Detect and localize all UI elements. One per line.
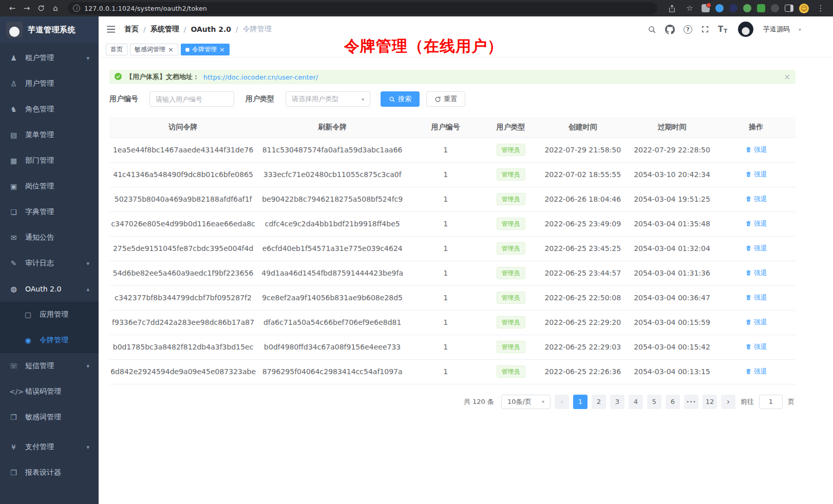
tab-label: 首页	[110, 45, 123, 54]
sidebar-item-sensitive-word[interactable]: ❐敏感词管理	[0, 404, 99, 430]
force-logout-button[interactable]: 强退	[745, 318, 767, 327]
user-id-input[interactable]	[149, 91, 234, 107]
sidebar-item-oauth2[interactable]: ◍OAuth 2.0▴	[0, 276, 99, 302]
page-button-4[interactable]: 4	[629, 395, 643, 409]
page-button-6[interactable]: 6	[666, 395, 680, 409]
force-logout-button[interactable]: 强退	[745, 342, 767, 352]
tab-close-icon[interactable]: ×	[219, 46, 225, 53]
force-logout-button[interactable]: 强退	[745, 145, 767, 154]
site-info-icon[interactable]: i	[73, 5, 80, 12]
page-button-3[interactable]: 3	[610, 395, 624, 409]
force-logout-button[interactable]: 强退	[745, 367, 767, 376]
page-size-select[interactable]: 10条/页 ▾	[501, 395, 551, 409]
side-panel-icon[interactable]	[785, 5, 793, 12]
user-avatar[interactable]	[738, 22, 753, 37]
force-logout-label: 强退	[754, 268, 767, 278]
table-row: 1ea5e44f8bc1467aaede43144f31de76811c5304…	[109, 138, 796, 162]
help-icon[interactable]: ?	[684, 25, 692, 34]
table-row: 502375b8040a469a9b82188afdf6af1fbe90422b…	[109, 187, 796, 211]
next-page-button[interactable]: ›	[721, 395, 735, 409]
force-logout-button[interactable]: 强退	[745, 170, 767, 179]
extension-icon-1[interactable]	[702, 4, 710, 12]
sidebar-item-label: 角色管理	[25, 105, 54, 114]
hamburger-icon[interactable]	[107, 25, 116, 33]
trash-icon	[745, 146, 752, 153]
prev-page-button[interactable]: ‹	[555, 395, 569, 409]
sidebar-item-oauth2-app[interactable]: ▢应用管理	[0, 302, 99, 327]
breadcrumb-item[interactable]: OAuth 2.0	[191, 25, 231, 33]
tab-close-icon[interactable]: ×	[168, 46, 174, 53]
tab-home[interactable]: 首页	[106, 44, 127, 55]
reload-button[interactable]	[35, 2, 47, 14]
user-type-select[interactable]: 请选择用户类型 ▾	[286, 91, 370, 107]
share-icon[interactable]	[666, 2, 678, 14]
sidebar-item-role[interactable]: ♞角色管理	[0, 96, 99, 122]
expire-time-cell: 2022-07-29 22:28:50	[628, 138, 717, 162]
sidebar-item-post[interactable]: ▣岗位管理	[0, 173, 99, 199]
force-logout-button[interactable]: 强退	[745, 244, 767, 253]
sidebar-item-user[interactable]: ♙用户管理	[0, 71, 99, 96]
browser-profile-avatar[interactable]: ☺	[799, 4, 809, 13]
search-button[interactable]: 搜索	[381, 91, 420, 107]
sidebar-item-label: 敏感词管理	[25, 413, 61, 422]
pagination-more[interactable]: •••	[684, 395, 698, 409]
create-time-cell: 2022-06-25 23:44:57	[538, 261, 628, 285]
address-bar[interactable]: i 127.0.0.1:1024/system/oauth2/token	[68, 2, 657, 14]
dict-icon: ❏	[9, 208, 18, 216]
sidebar-item-report[interactable]: ❒报表设计器	[0, 460, 99, 486]
home-button[interactable]: ⌂	[49, 2, 62, 14]
forward-button[interactable]: →	[21, 2, 33, 14]
browser-menu-icon[interactable]: ⋮	[815, 2, 827, 14]
sidebar-item-notice[interactable]: ✉通知公告	[0, 225, 99, 250]
sidebar-item-oauth2-token[interactable]: ◉令牌管理	[0, 327, 99, 353]
sidebar-item-tenant[interactable]: ♟租户管理▾	[0, 45, 99, 71]
trash-icon	[745, 319, 752, 325]
force-logout-button[interactable]: 强退	[745, 268, 767, 278]
reset-button[interactable]: 重置	[426, 91, 465, 107]
font-size-icon[interactable]: TT	[718, 25, 727, 34]
search-icon[interactable]	[648, 25, 656, 34]
user-name[interactable]: 芋道源码	[763, 25, 790, 34]
app-logo[interactable]: 芋道管理系统	[0, 16, 99, 43]
bookmark-star-icon[interactable]: ☆	[684, 2, 696, 14]
sidebar-item-dict[interactable]: ❏字典管理	[0, 199, 99, 225]
sidebar-item-dept[interactable]: ▦部门管理	[0, 148, 99, 173]
tab-sensitive-word[interactable]: 敏感词管理×	[130, 44, 178, 55]
breadcrumb-item[interactable]: 首页	[124, 25, 139, 34]
breadcrumb-separator: /	[184, 25, 186, 33]
extension-icon-2[interactable]	[715, 4, 724, 12]
sidebar-item-menu[interactable]: ▤菜单管理	[0, 122, 99, 148]
goto-page-input[interactable]	[759, 395, 783, 409]
sidebar-item-label: 审计日志	[25, 259, 54, 268]
alert-close-icon[interactable]: ×	[784, 72, 790, 82]
force-logout-button[interactable]: 强退	[745, 219, 767, 228]
page-button-1[interactable]: 1	[573, 395, 588, 409]
github-icon[interactable]	[665, 25, 675, 34]
breadcrumb-item[interactable]: 系统管理	[150, 25, 179, 34]
tab-token[interactable]: 令牌管理×	[181, 44, 230, 55]
force-logout-button[interactable]: 强退	[745, 293, 767, 302]
dept-icon: ▦	[9, 157, 18, 165]
chevron-down-icon: ▾	[86, 444, 89, 451]
sidebar-item-sms[interactable]: ☏短信管理▾	[0, 353, 99, 379]
extension-icon-5[interactable]	[757, 4, 765, 12]
extension-icon-3[interactable]	[729, 4, 737, 12]
goto-unit: 页	[788, 397, 794, 406]
page-button-2[interactable]: 2	[592, 395, 606, 409]
back-button[interactable]: ←	[6, 2, 18, 14]
sidebar-item-audit-log[interactable]: ✎审计日志▾	[0, 250, 99, 276]
sidebar-item-pay[interactable]: ¥支付管理▾	[0, 434, 99, 460]
sidebar-item-error-code[interactable]: </>错误码管理	[0, 379, 99, 404]
page-button-5[interactable]: 5	[647, 395, 661, 409]
extension-icon-4[interactable]	[743, 4, 751, 12]
alert-doc-link[interactable]: https://doc.iocoder.cn/user-center/	[203, 73, 318, 81]
page-button-12[interactable]: 12	[703, 395, 717, 409]
fullscreen-icon[interactable]	[701, 25, 709, 33]
force-logout-label: 强退	[754, 219, 767, 228]
force-logout-button[interactable]: 强退	[745, 195, 767, 204]
chevron-down-icon: ▾	[542, 399, 544, 404]
table-row: f9336e7c7dd242a283ee98dc86b17a87dfa6c71a…	[109, 310, 796, 335]
caret-down-icon[interactable]: ▾	[799, 27, 801, 32]
extension-icon-6[interactable]	[771, 4, 779, 12]
user-type-cell: 管理员	[483, 187, 538, 211]
